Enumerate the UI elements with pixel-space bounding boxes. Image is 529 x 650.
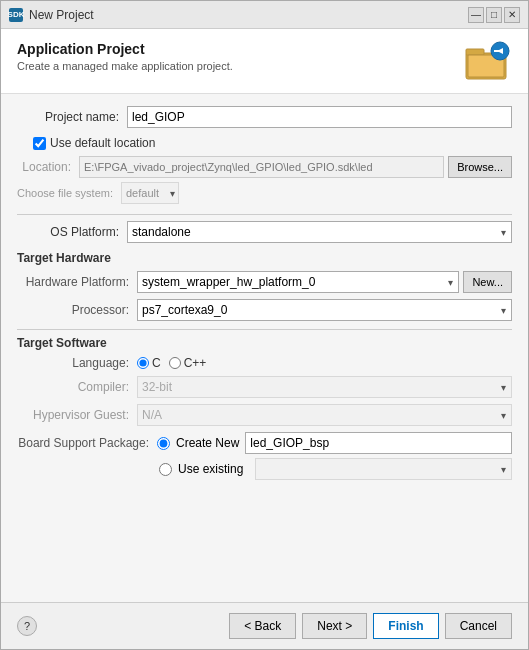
cancel-button[interactable]: Cancel [445, 613, 512, 639]
new-platform-button[interactable]: New... [463, 271, 512, 293]
help-button[interactable]: ? [17, 616, 37, 636]
project-name-input[interactable] [127, 106, 512, 128]
use-default-location-label[interactable]: Use default location [50, 136, 155, 150]
footer-left: ? [17, 616, 37, 636]
target-hardware-title: Target Hardware [17, 251, 512, 265]
next-button[interactable]: Next > [302, 613, 367, 639]
hardware-platform-label: Hardware Platform: [17, 275, 137, 289]
finish-button[interactable]: Finish [373, 613, 438, 639]
language-radio-group: C C++ [137, 356, 206, 370]
target-software-section: Target Software Language: C C++ Com [17, 336, 512, 480]
hardware-platform-dropdown-wrap: system_wrapper_hw_platform_0 [137, 271, 459, 293]
bsp-create-label[interactable]: Create New [176, 436, 239, 450]
filesystem-row: Choose file system: default [17, 182, 512, 204]
window-controls: — □ ✕ [468, 7, 520, 23]
page-title: Application Project [17, 41, 233, 57]
bsp-create-row: Create New [157, 432, 512, 454]
title-bar: SDK New Project — □ ✕ [1, 1, 528, 29]
processor-label: Processor: [17, 303, 137, 317]
hardware-platform-dropdown[interactable]: system_wrapper_hw_platform_0 [137, 271, 459, 293]
bsp-use-row: Use existing [157, 458, 512, 480]
filesystem-dropdown-wrap: default [121, 182, 179, 204]
hardware-platform-row: Hardware Platform: system_wrapper_hw_pla… [17, 271, 512, 293]
use-default-location-row: Use default location [33, 136, 512, 150]
language-c-label[interactable]: C [137, 356, 161, 370]
maximize-button[interactable]: □ [486, 7, 502, 23]
bsp-create-input[interactable] [245, 432, 512, 454]
processor-row: Processor: ps7_cortexa9_0 [17, 299, 512, 321]
separator-1 [17, 214, 512, 215]
window-title: New Project [29, 8, 94, 22]
location-row: Location: Browse... [17, 156, 512, 178]
header-section: Application Project Create a managed mak… [1, 29, 528, 94]
compiler-label: Compiler: [17, 380, 137, 394]
bsp-options: Create New Use existing [157, 432, 512, 480]
os-platform-dropdown-wrap: standalone [127, 221, 512, 243]
bsp-use-label[interactable]: Use existing [178, 462, 243, 476]
compiler-row: Compiler: 32-bit [17, 376, 512, 398]
form-area: Project name: Use default location Locat… [1, 94, 528, 602]
language-c-text: C [152, 356, 161, 370]
browse-button[interactable]: Browse... [448, 156, 512, 178]
hypervisor-row: Hypervisor Guest: N/A [17, 404, 512, 426]
main-window: SDK New Project — □ ✕ Application Projec… [0, 0, 529, 650]
title-bar-left: SDK New Project [9, 8, 94, 22]
hypervisor-label: Hypervisor Guest: [17, 408, 137, 422]
sdk-icon: SDK [9, 8, 23, 22]
page-subtitle: Create a managed make application projec… [17, 60, 233, 72]
processor-dropdown-wrap: ps7_cortexa9_0 [137, 299, 512, 321]
location-input[interactable] [79, 156, 444, 178]
bsp-create-radio[interactable] [157, 437, 170, 450]
hypervisor-dropdown-wrap: N/A [137, 404, 512, 426]
minimize-button[interactable]: — [468, 7, 484, 23]
os-platform-row: OS Platform: standalone [17, 221, 512, 243]
folder-icon-svg [464, 41, 512, 83]
separator-2 [17, 329, 512, 330]
bsp-use-dropdown-wrap [255, 458, 512, 480]
bsp-use-radio[interactable] [159, 463, 172, 476]
bsp-use-dropdown[interactable] [255, 458, 512, 480]
back-button[interactable]: < Back [229, 613, 296, 639]
close-button[interactable]: ✕ [504, 7, 520, 23]
filesystem-label: Choose file system: [17, 187, 121, 199]
language-label: Language: [17, 356, 137, 370]
footer-right: < Back Next > Finish Cancel [229, 613, 512, 639]
language-row: Language: C C++ [17, 356, 512, 370]
target-hardware-section: Target Hardware Hardware Platform: syste… [17, 251, 512, 321]
header-icon [464, 41, 512, 83]
use-default-location-checkbox[interactable] [33, 137, 46, 150]
hypervisor-dropdown[interactable]: N/A [137, 404, 512, 426]
project-name-row: Project name: [17, 106, 512, 128]
location-label: Location: [17, 160, 79, 174]
target-software-title: Target Software [17, 336, 512, 350]
compiler-dropdown[interactable]: 32-bit [137, 376, 512, 398]
language-cpp-label[interactable]: C++ [169, 356, 207, 370]
footer: ? < Back Next > Finish Cancel [1, 602, 528, 649]
bsp-label: Board Support Package: [17, 432, 157, 450]
project-name-label: Project name: [17, 110, 127, 124]
compiler-dropdown-wrap: 32-bit [137, 376, 512, 398]
os-platform-dropdown[interactable]: standalone [127, 221, 512, 243]
language-cpp-text: C++ [184, 356, 207, 370]
processor-dropdown[interactable]: ps7_cortexa9_0 [137, 299, 512, 321]
svg-rect-1 [466, 49, 484, 55]
svg-rect-5 [494, 50, 503, 52]
bsp-row: Board Support Package: Create New Use ex… [17, 432, 512, 480]
os-platform-label: OS Platform: [17, 225, 127, 239]
language-cpp-radio[interactable] [169, 357, 181, 369]
language-c-radio[interactable] [137, 357, 149, 369]
header-text: Application Project Create a managed mak… [17, 41, 233, 72]
filesystem-dropdown[interactable]: default [121, 182, 179, 204]
